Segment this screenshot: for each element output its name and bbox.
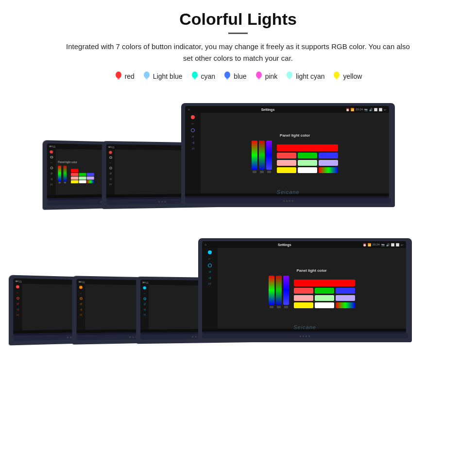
svg-point-18 [334, 71, 340, 78]
device-row1-3: ⌂ Settings ⏰📶20:24📷🔊⬜⬜↩ ← ↺ [181, 103, 395, 207]
color-label-yellow-text: yellow [343, 72, 362, 80]
radio-bottom-bar [185, 198, 391, 203]
screen-top-bar: ⌂ Settings ⏰📶20:24📷🔊⬜⬜↩ [202, 241, 406, 248]
color-label-red-text: red [125, 72, 135, 80]
svg-point-12 [256, 71, 262, 78]
screen-content: ← ↺ ◁| ▷| Panel light color [202, 248, 406, 329]
svg-rect-5 [146, 79, 148, 80]
svg-point-0 [116, 71, 121, 78]
svg-rect-16 [289, 78, 291, 79]
screen-sidebar: ← ↺ ◁| ▷| [202, 248, 218, 329]
device-row2-4: ⌂ Settings ⏰📶20:24📷🔊⬜⬜↩ ← ↺ [198, 238, 412, 342]
devices-row-1: MIC ⌂ Settings ← ↺ ◁| [29, 90, 447, 207]
color-label-lightcyan: light cyan [285, 71, 324, 82]
devices-section: MIC ⌂ Settings ← ↺ ◁| [29, 90, 447, 342]
svg-rect-13 [257, 78, 260, 79]
color-label-yellow: yellow [332, 71, 362, 82]
svg-rect-10 [226, 78, 229, 79]
svg-point-6 [192, 71, 198, 78]
color-label-blue-text: blue [234, 72, 246, 80]
screen-bottom [202, 329, 406, 332]
screen-content: ← ↺ ◁| ▷| Panel light color [185, 113, 389, 193]
svg-rect-1 [117, 78, 119, 79]
bulb-icon-pink [255, 71, 263, 82]
color-label-lightblue: Light blue [142, 71, 183, 82]
bulb-icon-blue [223, 71, 232, 82]
screen-sidebar: ← ↺ ◁| ▷| [77, 284, 85, 330]
screen-sidebar: ← ↺ ◁| ▷| [106, 149, 115, 194]
devices-row-2: MIC ⌂ Setti.. ← ↺ ◁| ▷| [29, 206, 447, 342]
bulb-icon-lightblue [142, 71, 151, 82]
screen-top-bar: ⌂ Settings ⏰📶20:24📷🔊⬜⬜↩ [185, 106, 389, 113]
svg-rect-14 [258, 79, 260, 80]
svg-point-3 [144, 71, 150, 78]
svg-point-15 [287, 71, 292, 78]
screen-sidebar: ← ↺ ◁| ▷| [13, 283, 22, 330]
color-label-cyan: cyan [190, 71, 216, 82]
bulb-icon-cyan [190, 71, 199, 82]
color-label-cyan-text: cyan [201, 72, 216, 80]
color-label-lightcyan-text: light cyan [296, 72, 324, 80]
svg-rect-17 [289, 79, 290, 80]
description-text: Integrated with 7 colors of button indic… [63, 41, 413, 64]
color-label-lightblue-text: Light blue [153, 72, 183, 80]
radio-bottom-bar [202, 334, 408, 338]
screen-sidebar: ← ↺ ◁| ▷| [47, 149, 55, 195]
color-label-pink-text: pink [265, 72, 278, 80]
screen-main: Panel light color [218, 248, 406, 329]
svg-rect-11 [226, 79, 228, 80]
radio-outer: ⌂ Settings ⏰📶20:24📷🔊⬜⬜↩ ← ↺ [181, 103, 395, 207]
color-label-red: red [114, 71, 135, 82]
svg-rect-8 [194, 79, 196, 80]
color-labels-row: red Light blue cyan blue [114, 71, 362, 82]
bulb-icon-lightcyan [285, 71, 294, 82]
page-container: Colorful Lights Integrated with 7 colors… [0, 0, 476, 457]
screen-sidebar: ← ↺ ◁| ▷| [185, 113, 201, 193]
svg-rect-20 [336, 79, 338, 80]
radio-screen: ⌂ Settings ⏰📶20:24📷🔊⬜⬜↩ ← ↺ [185, 106, 389, 198]
bulb-icon-yellow [332, 71, 341, 82]
svg-rect-2 [118, 79, 119, 80]
bulb-icon-red [114, 71, 123, 82]
page-title: Colorful Lights [179, 10, 297, 29]
screen-sidebar: ← ↺ ◁| ▷| [140, 285, 149, 330]
svg-rect-19 [336, 78, 338, 79]
svg-point-9 [224, 71, 230, 78]
color-label-blue: blue [223, 71, 246, 82]
radio-screen: ⌂ Settings ⏰📶20:24📷🔊⬜⬜↩ ← ↺ [202, 241, 406, 334]
title-divider [228, 33, 248, 34]
screen-main: Panel light color [201, 113, 389, 193]
svg-rect-4 [145, 78, 148, 79]
radio-outer: ⌂ Settings ⏰📶20:24📷🔊⬜⬜↩ ← ↺ [198, 238, 412, 342]
svg-rect-7 [193, 78, 196, 79]
screen-bottom [185, 193, 389, 196]
color-label-pink: pink [255, 71, 278, 82]
